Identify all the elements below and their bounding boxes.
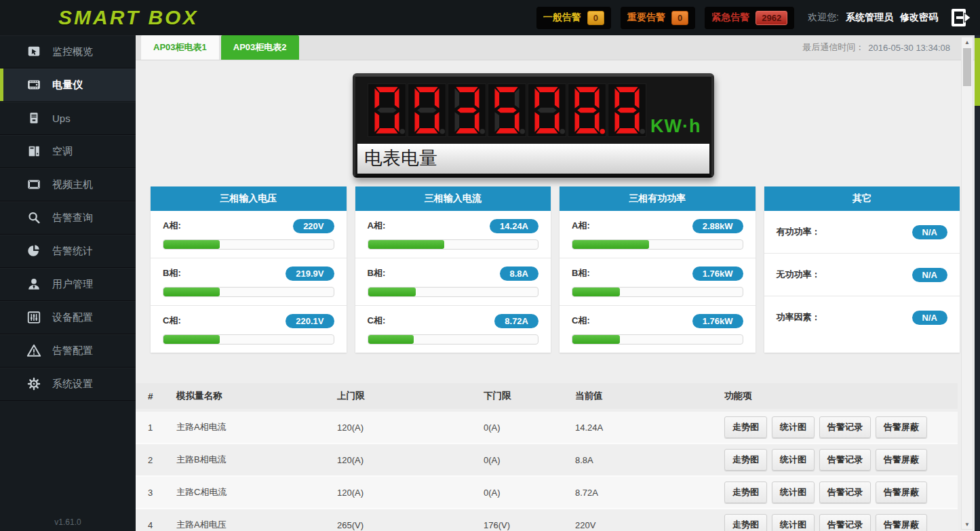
warning-triangle-icon	[26, 343, 41, 358]
phase-label: B相:	[163, 267, 181, 279]
trend-chart-button[interactable]: 走势图	[724, 481, 767, 503]
sidebar-item-6[interactable]: 告警统计	[0, 235, 136, 268]
alarm-important[interactable]: 重要告警0	[621, 7, 695, 29]
page-scrollbar-thumb[interactable]	[975, 38, 980, 106]
stats-chart-button[interactable]: 统计图	[772, 449, 815, 471]
scroll-down-arrow[interactable]: ▼	[962, 519, 973, 529]
gear-icon	[26, 376, 41, 391]
trend-chart-button[interactable]: 走势图	[724, 416, 767, 438]
sidebar-item-label: 电量仪	[52, 79, 83, 92]
alarm-mask-button[interactable]: 告警屏蔽	[876, 481, 927, 503]
sidebar-item-8[interactable]: 设备配置	[0, 301, 136, 334]
stats-chart-button[interactable]: 统计图	[772, 416, 815, 438]
phase-row: C相:8.72A	[355, 306, 551, 353]
phase-row: A相:2.88kW	[560, 211, 756, 258]
sidebar-item-label: 空调	[52, 145, 73, 158]
progress-fill	[368, 335, 414, 344]
monitor-overview-icon	[26, 44, 41, 59]
sidebar-item-label: 告警查询	[52, 212, 93, 224]
progress-track	[572, 334, 743, 345]
main-area: AP03柜电表1AP03柜电表2 最后通信时间： 2016-05-30 13:3…	[136, 35, 975, 531]
progress-track	[368, 287, 539, 297]
tab-strip: AP03柜电表1AP03柜电表2 最后通信时间： 2016-05-30 13:3…	[136, 35, 975, 60]
alarm-record-button[interactable]: 告警记录	[819, 449, 871, 471]
seven-seg-digit	[608, 84, 646, 136]
scroll-up-arrow[interactable]: ▲	[962, 37, 973, 47]
sidebar-item-label: 设备配置	[52, 311, 93, 324]
sidebar-menu: 监控概览电量仪Ups空调视频主机告警查询告警统计用户管理设备配置告警配置系统设置	[0, 35, 136, 401]
alarm-label: 重要告警	[627, 12, 665, 24]
sidebar-item-10[interactable]: 系统设置	[0, 368, 136, 401]
topbar-right: 一般告警0重要告警0紧急告警2962 欢迎您: 系统管理员 修改密码	[536, 6, 972, 29]
panel-title: 三相有功功率	[560, 186, 756, 211]
alarm-record-button[interactable]: 告警记录	[819, 416, 871, 438]
alarm-record-button[interactable]: 告警记录	[819, 514, 871, 531]
panel-title: 三相输入电流	[355, 186, 551, 211]
panel-0: 三相输入电压A相:220VB相:219.9VC相:220.1V	[151, 186, 347, 353]
alarm-urgent[interactable]: 紧急告警2962	[705, 7, 794, 29]
page-scrollbar[interactable]	[975, 35, 980, 531]
sidebar-item-9[interactable]: 告警配置	[0, 334, 136, 368]
trend-chart-button[interactable]: 走势图	[724, 514, 767, 531]
scrollbar-thumb[interactable]	[963, 48, 971, 86]
sidebar-item-7[interactable]: 用户管理	[0, 268, 136, 301]
table-row: 2主路B相电流120(A)0(A)8.8A走势图统计图告警记录告警屏蔽	[136, 444, 958, 477]
analog-name: 主路A相电流	[176, 421, 337, 433]
last-comm-time: 最后通信时间： 2016-05-30 13:34:08	[802, 35, 950, 60]
lower-limit: 176(V)	[484, 520, 575, 530]
progress-fill	[163, 335, 220, 344]
stats-chart-button[interactable]: 统计图	[772, 514, 815, 531]
digit-cell	[528, 83, 566, 137]
current-value: 8.72A	[575, 488, 724, 498]
metric-row: 功率因素：N/A	[764, 296, 960, 338]
logout-icon[interactable]	[950, 6, 972, 29]
sidebar-item-5[interactable]: 告警查询	[0, 201, 136, 235]
progress-track	[572, 239, 743, 250]
progress-fill	[572, 335, 620, 344]
value-badge: 14.24A	[490, 219, 538, 233]
sidebar-item-label: 用户管理	[52, 278, 93, 291]
video-host-icon	[26, 177, 41, 192]
alarm-count-badge: 0	[587, 11, 604, 25]
welcome-label: 欢迎您:	[808, 12, 839, 24]
change-password-link[interactable]: 修改密码	[900, 12, 938, 24]
phase-label: A相:	[368, 220, 386, 232]
sidebar-item-1[interactable]: 电量仪	[0, 68, 136, 102]
sidebar-item-4[interactable]: 视频主机	[0, 168, 136, 201]
current-value: 8.8A	[575, 455, 724, 465]
alarm-mask-button[interactable]: 告警屏蔽	[876, 416, 927, 438]
main-scrollbar[interactable]: ▲ ▼	[961, 37, 973, 530]
alarm-mask-button[interactable]: 告警屏蔽	[876, 449, 927, 471]
phase-label: C相:	[368, 315, 386, 327]
current-value: 14.24A	[575, 422, 724, 433]
top-bar: SMART BOX 一般告警0重要告警0紧急告警2962 欢迎您: 系统管理员 …	[0, 0, 980, 35]
stats-chart-button[interactable]: 统计图	[772, 481, 815, 503]
tab-1[interactable]: AP03柜电表2	[221, 35, 299, 60]
seven-seg-digit	[408, 84, 446, 136]
progress-track	[368, 239, 539, 250]
welcome-area: 欢迎您: 系统管理员 修改密码	[808, 12, 938, 24]
upper-limit: 265(V)	[337, 520, 484, 530]
trend-chart-button[interactable]: 走势图	[724, 449, 767, 471]
value-badge: 8.72A	[494, 314, 538, 328]
row-actions: 走势图统计图告警记录告警屏蔽	[724, 481, 958, 503]
alarm-record-button[interactable]: 告警记录	[819, 481, 871, 503]
col-header: 功能项	[724, 390, 958, 402]
sidebar-item-label: 监控概览	[52, 45, 93, 58]
analog-table: #模拟量名称上门限下门限当前值功能项 1主路A相电流120(A)0(A)14.2…	[136, 383, 958, 531]
progress-fill	[163, 288, 220, 296]
sidebar-item-2[interactable]: Ups	[0, 102, 136, 135]
sidebar-item-3[interactable]: 空调	[0, 135, 136, 168]
phase-row: B相:8.8A	[355, 258, 551, 306]
phase-row: C相:1.76kW	[560, 306, 756, 353]
seven-seg-digit	[488, 84, 526, 136]
phase-label: C相:	[572, 315, 590, 327]
lower-limit: 0(A)	[484, 422, 575, 433]
tab-0[interactable]: AP03柜电表1	[141, 35, 219, 60]
alarm-mask-button[interactable]: 告警屏蔽	[876, 514, 927, 531]
phase-row: A相:14.24A	[355, 211, 551, 258]
value-badge: 220V	[293, 219, 334, 233]
alarm-normal[interactable]: 一般告警0	[536, 7, 611, 29]
sidebar-item-0[interactable]: 监控概览	[0, 35, 136, 68]
row-actions: 走势图统计图告警记录告警屏蔽	[724, 449, 958, 471]
